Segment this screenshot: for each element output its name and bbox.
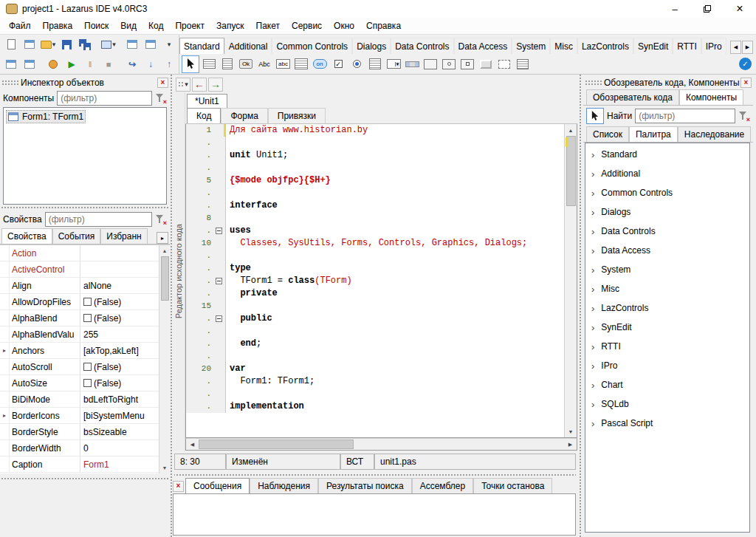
palette-tab-dialogs[interactable]: Dialogs	[352, 38, 391, 54]
tab-favorites[interactable]: Избранн	[100, 228, 147, 244]
property-row-action[interactable]: Action	[0, 245, 159, 261]
list-item-pascal-script[interactable]: ›Pascal Script	[585, 414, 749, 433]
property-row-align[interactable]: Align alNone	[0, 278, 159, 294]
palette-ok-button[interactable]: ✓	[739, 58, 752, 70]
component-radiogroup[interactable]	[440, 55, 458, 73]
tab-form[interactable]: Форма	[221, 108, 267, 123]
components-filter-input[interactable]	[57, 91, 152, 106]
list-item-rtti[interactable]: ›RTTI	[585, 337, 749, 356]
jump-forward-button[interactable]: →	[208, 78, 223, 92]
list-item-sqldb[interactable]: ›SQLdb	[585, 394, 749, 414]
list-item-system[interactable]: ›System	[585, 260, 749, 279]
tab-code-explorer[interactable]: Обозреватель кода	[586, 89, 679, 105]
scroll-up-icon[interactable]: ▲	[565, 124, 577, 136]
messages-close-button[interactable]: ×	[173, 481, 184, 492]
property-row-bidimode[interactable]: BiDiMode bdLeftToRight	[0, 391, 159, 408]
file-tab-unit1[interactable]: *Unit1	[187, 94, 227, 108]
editor-horizontal-scrollbar[interactable]: ◀ ▶	[185, 438, 577, 451]
window-manager-button[interactable]	[21, 55, 38, 72]
step-out-button[interactable]: ↑	[160, 55, 178, 72]
tab-events[interactable]: События	[52, 228, 101, 244]
component-combobox[interactable]: ▼	[385, 55, 402, 73]
dock-grip[interactable]	[1, 80, 19, 86]
tab-properties[interactable]: Свойства	[1, 228, 52, 244]
components-search-input[interactable]	[635, 109, 735, 123]
restore-button[interactable]	[691, 0, 724, 18]
palette-tab-ipro[interactable]: IPro	[701, 38, 726, 54]
list-item-ipro[interactable]: ›IPro	[585, 356, 749, 375]
component-actionlist[interactable]	[514, 55, 532, 73]
configure-build-button[interactable]	[44, 55, 62, 72]
palette-tab-data-controls[interactable]: Data Controls	[391, 38, 453, 54]
menu-edit[interactable]: Правка	[37, 18, 79, 33]
palette-tab-misc[interactable]: Misc	[550, 38, 577, 54]
component-button[interactable]: Ok	[237, 55, 255, 73]
tab-list[interactable]: Список	[586, 126, 629, 142]
object-inspector-close-button[interactable]: ×	[157, 78, 168, 88]
component-tree[interactable]: Form1: TForm1	[3, 107, 167, 205]
fold-marker-icon[interactable]	[216, 228, 222, 234]
property-row-anchors[interactable]: ▸ Anchors [akTop,akLeft]	[0, 343, 159, 359]
menu-help[interactable]: Справка	[360, 18, 407, 33]
palette-tab-common-controls[interactable]: Common Controls	[272, 38, 352, 54]
value-checkbox[interactable]	[83, 379, 92, 387]
save-button[interactable]	[58, 36, 75, 53]
new-window-button[interactable]	[2, 55, 20, 72]
menu-tools[interactable]: Сервис	[286, 18, 328, 33]
editor-vertical-scrollbar[interactable]: ▲ ▼	[564, 124, 577, 437]
component-frame[interactable]	[495, 55, 513, 73]
list-item-common-controls[interactable]: ›Common Controls	[585, 183, 749, 202]
list-item-synedit[interactable]: ›SynEdit	[585, 318, 749, 337]
tab-messages[interactable]: Сообщения	[185, 478, 250, 493]
scroll-up-icon[interactable]: ▲	[159, 245, 171, 256]
messages-content[interactable]	[173, 493, 576, 536]
tab-inheritance[interactable]: Наследование	[678, 126, 751, 142]
jump-history-button[interactable]: ▾	[176, 78, 190, 92]
property-row-borderwidth[interactable]: BorderWidth 0	[0, 440, 159, 456]
expand-icon[interactable]: ▸	[3, 412, 6, 419]
step-into-button[interactable]: ↓	[142, 55, 159, 72]
scrollbar-thumb[interactable]	[161, 256, 169, 301]
step-over-button[interactable]: ↪	[123, 55, 141, 72]
palette-scroll-left-button[interactable]: ◀	[730, 41, 741, 54]
scroll-down-icon[interactable]: ▼	[159, 462, 171, 473]
component-panel[interactable]	[477, 55, 495, 73]
tab-bindings[interactable]: Привязки	[268, 108, 326, 123]
palette-tab-rtti[interactable]: RTTI	[673, 38, 701, 54]
menu-package[interactable]: Пакет	[250, 18, 286, 33]
list-item-misc[interactable]: ›Misc	[585, 279, 749, 298]
menu-code[interactable]: Код	[142, 18, 169, 33]
stop-button[interactable]: ■	[100, 55, 117, 72]
scrollbar-thumb[interactable]	[199, 439, 354, 449]
component-listbox[interactable]	[366, 55, 384, 73]
palette-tab-lazcontrols[interactable]: LazControls	[577, 38, 633, 54]
property-row-alphablendvalue[interactable]: AlphaBlendValu 255	[0, 326, 159, 343]
list-item-data-controls[interactable]: ›Data Controls	[585, 222, 749, 241]
jump-back-button[interactable]: ←	[192, 78, 207, 92]
tab-palette[interactable]: Палитра	[629, 126, 678, 142]
filter-funnel-icon[interactable]: ×	[155, 92, 167, 104]
menu-window[interactable]: Окно	[328, 18, 360, 33]
property-row-alphablend[interactable]: AlphaBlend (False)	[0, 310, 159, 326]
right-splitter[interactable]	[577, 75, 583, 537]
open-button[interactable]: ▾	[39, 36, 57, 53]
tab-scroll-button[interactable]: ▸	[157, 232, 168, 244]
toolbar-more-button[interactable]: ▾	[160, 36, 178, 53]
filter-funnel-icon[interactable]: ×	[155, 213, 167, 225]
value-checkbox[interactable]	[83, 298, 92, 306]
new-form-button[interactable]	[21, 36, 38, 53]
scroll-left-icon[interactable]: ◀	[186, 439, 199, 450]
inspector-bottom-splitter[interactable]	[1, 476, 168, 482]
build-mode-dropdown-icon[interactable]: ▾	[112, 41, 116, 48]
menu-run[interactable]: Запуск	[210, 18, 250, 33]
tab-breakpoints[interactable]: Точки останова	[473, 478, 552, 493]
code-text-area[interactable]: 1Для сайта www.historian.by . .unit Unit…	[186, 124, 564, 437]
component-checkgroup[interactable]	[458, 55, 476, 73]
tab-components[interactable]: Компоненты	[679, 89, 743, 105]
component-scrollbar[interactable]	[403, 55, 421, 73]
select-cursor-button[interactable]	[586, 108, 604, 124]
properties-filter-input[interactable]	[45, 212, 152, 227]
tree-item-form1[interactable]: Form1: TForm1	[6, 110, 86, 123]
property-row-autoscroll[interactable]: AutoScroll (False)	[0, 359, 159, 375]
menu-search[interactable]: Поиск	[78, 18, 114, 33]
